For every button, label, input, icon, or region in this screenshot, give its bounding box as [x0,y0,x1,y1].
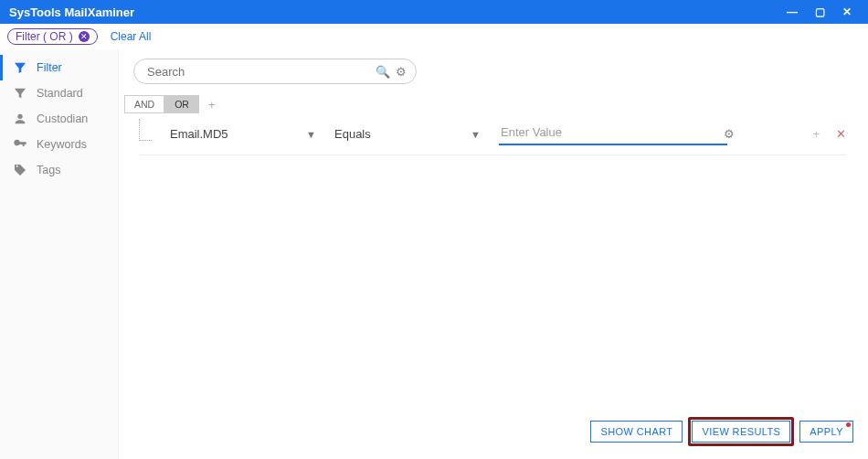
tag-icon [13,163,27,177]
active-filter-chip[interactable]: Filter ( OR ) ✕ [7,28,98,45]
add-group-button[interactable]: + [208,98,216,112]
key-icon [13,137,27,152]
field-dropdown[interactable]: Email.MD5 ▼ [170,123,316,144]
filter-chip-label: Filter ( OR ) [16,30,73,43]
logic-toggle: AND OR + [124,95,846,113]
remove-filter-icon[interactable]: ✕ [79,31,90,42]
apply-label: APPLY [810,426,843,437]
logic-and-button[interactable]: AND [124,95,164,113]
sidebar-item-standard[interactable]: Standard [0,80,118,106]
apply-indicator-dot [846,422,851,427]
main-panel: 🔍 ⚙ AND OR + Email.MD5 ▼ Equals ▼ ⚙ + ✕ [119,49,868,459]
sidebar-item-label: Custodian [37,112,88,125]
search-icon[interactable]: 🔍 [376,65,390,79]
maximize-button[interactable]: ▢ [806,5,833,18]
chevron-down-icon: ▼ [306,129,316,140]
sidebar-item-keywords[interactable]: Keywords [0,132,118,157]
sidebar-item-label: Standard [37,87,83,100]
view-results-button[interactable]: VIEW RESULTS [692,421,790,443]
sidebar-item-label: Tags [37,164,60,176]
search-field[interactable]: 🔍 ⚙ [133,59,417,84]
clear-all-link[interactable]: Clear All [111,30,152,43]
value-input[interactable] [499,123,727,145]
add-rule-button[interactable]: + [812,127,820,141]
person-icon [13,112,27,126]
logic-or-button[interactable]: OR [164,95,199,113]
sidebar-item-tags[interactable]: Tags [0,157,118,183]
field-value: Email.MD5 [170,127,228,141]
show-chart-button[interactable]: SHOW CHART [590,421,683,443]
operator-value: Equals [334,127,371,141]
chevron-down-icon: ▼ [471,129,481,140]
view-results-highlight: VIEW RESULTS [688,417,794,446]
sidebar-item-label: Keywords [37,138,87,151]
operator-dropdown[interactable]: Equals ▼ [334,123,481,144]
minimize-button[interactable]: — [778,5,806,18]
value-settings-icon[interactable]: ⚙ [724,127,735,141]
sidebar: Filter Standard Custodian Keywords Tags [0,49,119,459]
filter-icon [13,60,27,75]
sidebar-item-filter[interactable]: Filter [0,55,118,80]
sidebar-item-custodian[interactable]: Custodian [0,106,118,132]
search-settings-icon[interactable]: ⚙ [396,65,407,79]
funnel-icon [13,86,27,101]
filter-toolbar: Filter ( OR ) ✕ Clear All [0,24,868,49]
apply-button[interactable]: APPLY [799,421,853,443]
tree-connector [139,119,152,141]
sidebar-item-label: Filter [37,61,62,74]
footer-actions: SHOW CHART VIEW RESULTS APPLY [590,417,853,446]
filter-rule-row: Email.MD5 ▼ Equals ▼ ⚙ + ✕ [139,123,846,155]
search-input[interactable] [147,65,376,79]
window-title: SysTools MailXaminer [9,5,134,19]
titlebar: SysTools MailXaminer — ▢ ✕ [0,0,868,24]
delete-rule-button[interactable]: ✕ [836,127,846,141]
close-button[interactable]: ✕ [833,5,861,18]
